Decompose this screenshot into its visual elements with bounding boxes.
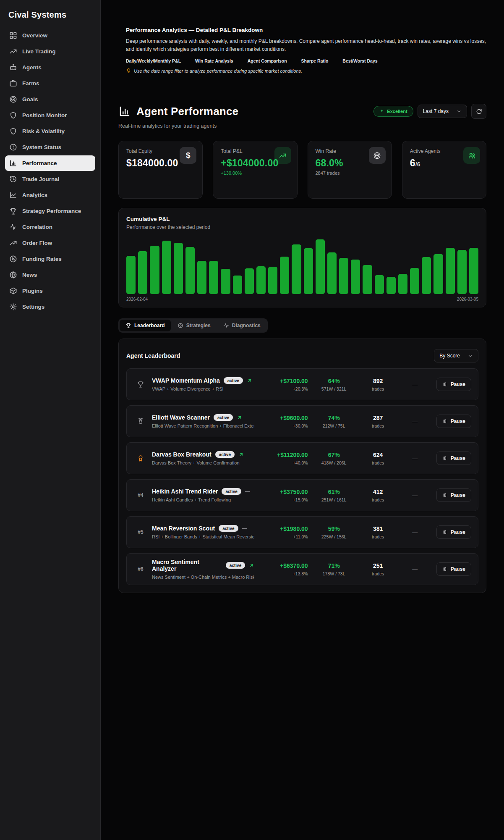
pnl-bar (316, 239, 325, 294)
sidebar-item-correlation[interactable]: Correlation (5, 219, 95, 235)
pnl-bar (327, 252, 337, 294)
section-header: Agent Performance Excellent Last 7 days (118, 104, 486, 119)
empty-cell: — (400, 381, 430, 388)
rank-number: #6 (133, 566, 148, 572)
tab-strategies[interactable]: Strategies (172, 320, 217, 331)
bar-chart-icon (118, 105, 131, 118)
page-title: Agent Performance (136, 105, 238, 118)
sidebar-item-order-flow[interactable]: Order Flow (5, 235, 95, 251)
sidebar-item-label: Trade Journal (22, 176, 60, 182)
pnl-bar (386, 277, 396, 294)
pnl-bar (150, 246, 159, 294)
crosshair-icon (178, 323, 183, 328)
pause-button[interactable]: Pause (436, 562, 471, 576)
pause-icon (442, 456, 447, 461)
sidebar-item-funding-rates[interactable]: Funding Rates (5, 251, 95, 267)
empty-cell: — (400, 529, 430, 536)
trend-up-icon (247, 378, 252, 383)
pause-icon (442, 530, 447, 535)
trades-cell: 412trades (360, 488, 396, 502)
pnl-cell: +$9600.00+30.0% (259, 415, 308, 428)
app-title: Cival Systems (5, 8, 95, 27)
agent-strategy: RSI + Bollinger Bands + Statistical Mean… (152, 534, 254, 539)
history-icon (9, 175, 17, 183)
sidebar-item-label: News (22, 272, 37, 278)
chart-title: Cumulative P&L (126, 216, 478, 222)
empty-cell: — (400, 566, 430, 572)
trend-flat-indicator: — (242, 525, 247, 531)
sidebar-item-analytics[interactable]: Analytics (5, 187, 95, 203)
pnl-bar (209, 261, 218, 294)
tab-leaderboard[interactable]: Leaderboard (120, 320, 171, 331)
intro-title: Performance Analytics — Detailed P&L Bre… (126, 27, 486, 33)
pnl-bar (304, 248, 313, 294)
pause-button[interactable]: Pause (436, 378, 471, 391)
status-badge: active (219, 525, 238, 532)
period-select[interactable]: Last 7 days (418, 105, 467, 118)
table-row: #6 Macro Sentiment Analyzer active News … (126, 553, 478, 585)
sidebar-item-settings[interactable]: Settings (5, 299, 95, 315)
refresh-button[interactable] (471, 104, 486, 119)
empty-cell: — (400, 455, 430, 462)
shield-icon (9, 111, 17, 119)
pause-button[interactable]: Pause (436, 415, 471, 428)
sidebar-item-news[interactable]: News (5, 267, 95, 283)
sidebar-item-overview[interactable]: Overview (5, 28, 95, 43)
sidebar-item-goals[interactable]: Goals (5, 92, 95, 107)
health-badge-label: Excellent (387, 109, 407, 114)
sort-select[interactable]: By Score (434, 349, 478, 362)
trades-cell: 624trades (360, 452, 396, 465)
pause-button[interactable]: Pause (436, 525, 471, 539)
pause-icon (442, 419, 447, 424)
feature-tag: Daily/Weekly/Monthly P&L (126, 58, 181, 63)
trending-up-icon (9, 47, 17, 55)
trophy-icon (125, 323, 131, 328)
status-badge: active (226, 562, 245, 569)
agent-name: Macro Sentiment Analyzer (152, 559, 222, 572)
sidebar-item-position-monitor[interactable]: Position Monitor (5, 108, 95, 123)
pnl-bar (126, 256, 136, 294)
chevron-down-icon (467, 353, 473, 359)
trend-up-icon (238, 452, 244, 457)
pnl-bar (375, 275, 384, 294)
agent-name: Darvas Box Breakout (152, 451, 212, 458)
page-intro: Performance Analytics — Detailed P&L Bre… (118, 27, 486, 74)
stat-sub: 2847 trades (316, 171, 340, 176)
sidebar-item-risk-volatility[interactable]: Risk & Volatility (5, 123, 95, 139)
stat-cards: Total Equity $184000.00 $ Total P&L +$10… (118, 141, 486, 199)
sidebar-item-performance[interactable]: Performance (5, 155, 95, 171)
win-rate-cell: 71%178W / 73L (312, 562, 356, 576)
sidebar-item-label: Settings (22, 304, 44, 310)
sidebar-item-system-status[interactable]: System Status (5, 139, 95, 155)
tab-label: Strategies (186, 323, 211, 328)
tab-diagnostics[interactable]: Diagnostics (217, 320, 266, 331)
sidebar-item-trade-journal[interactable]: Trade Journal (5, 171, 95, 187)
agent-name: Heikin Ashi Trend Rider (152, 488, 218, 495)
pnl-bar (280, 257, 289, 294)
sidebar-item-farms[interactable]: Farms (5, 76, 95, 91)
sidebar-item-live-trading[interactable]: Live Trading (5, 44, 95, 59)
target-icon (9, 95, 17, 103)
sort-select-value: By Score (439, 353, 460, 359)
tab-label: Leaderboard (134, 323, 165, 328)
sidebar-item-agents[interactable]: Agents (5, 60, 95, 75)
pause-button[interactable]: Pause (436, 488, 471, 502)
feature-tag: Best/Worst Days (342, 58, 377, 63)
sidebar-item-label: Strategy Performance (22, 208, 81, 214)
gear-icon (9, 303, 17, 311)
sidebar-item-label: Correlation (22, 224, 52, 230)
sidebar-item-label: Overview (22, 32, 47, 39)
tip-text: Use the date range filter to analyze per… (134, 68, 302, 74)
feature-tag: Sharpe Ratio (301, 58, 329, 63)
status-badge: active (215, 451, 235, 458)
stat-card-win-rate: Win Rate 68.0% 2847 trades (308, 141, 392, 199)
sidebar-item-plugins[interactable]: Plugins (5, 283, 95, 299)
pnl-bar (197, 261, 206, 294)
agent-strategy: Heikin Ashi Candles + Trend Following (152, 497, 254, 502)
sidebar-item-strategy-performance[interactable]: Strategy Performance (5, 203, 95, 219)
trophy-icon (9, 207, 17, 215)
pause-button[interactable]: Pause (436, 452, 471, 465)
briefcase-icon (9, 79, 17, 87)
trending-up-icon (9, 239, 17, 247)
stat-card-total-equity: Total Equity $184000.00 $ (118, 141, 203, 199)
